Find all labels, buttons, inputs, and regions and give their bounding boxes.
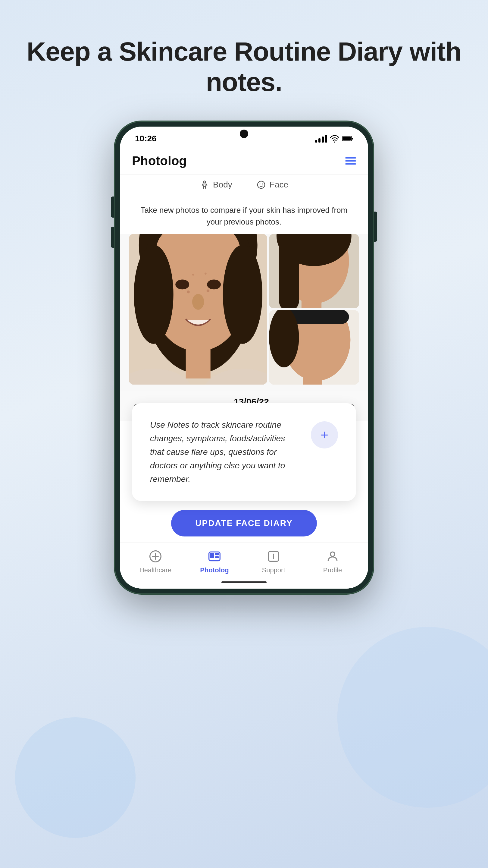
svg-rect-30	[301, 296, 321, 309]
svg-point-4	[204, 181, 206, 183]
svg-point-0	[334, 142, 335, 143]
helper-text: Take new photos to compare if your skin …	[120, 195, 368, 234]
svg-rect-21	[186, 339, 210, 378]
support-label: Support	[262, 566, 285, 574]
signal-icon	[315, 135, 327, 143]
nav-item-photolog[interactable]: Photolog	[196, 549, 233, 574]
page-headline: Keep a Skincare Routine Diary with notes…	[0, 36, 488, 97]
svg-rect-3	[352, 138, 353, 140]
svg-rect-41	[215, 553, 219, 555]
svg-rect-2	[343, 137, 351, 141]
nav-item-profile[interactable]: Profile	[315, 549, 351, 574]
healthcare-label: Healthcare	[139, 566, 171, 574]
svg-point-25	[223, 245, 262, 344]
svg-point-14	[175, 280, 189, 290]
app-header: Photolog	[120, 148, 368, 175]
phone-frame: 10:26	[115, 121, 373, 594]
healthcare-icon	[148, 549, 163, 564]
profile-icon	[325, 549, 340, 564]
home-indicator	[120, 578, 368, 589]
svg-rect-42	[215, 556, 219, 558]
nav-item-support[interactable]: Support	[255, 549, 292, 574]
status-bar: 10:26	[120, 127, 368, 148]
phone-mockup: 10:26	[115, 121, 373, 594]
svg-point-44	[330, 552, 335, 557]
status-time: 10:26	[135, 134, 157, 144]
photo-side-2[interactable]	[269, 310, 359, 384]
face-photo-main	[129, 234, 267, 384]
svg-point-18	[207, 290, 210, 293]
tab-bar: Body Face	[120, 175, 368, 195]
svg-rect-36	[303, 375, 322, 384]
tab-body[interactable]: Body	[200, 180, 232, 190]
svg-point-15	[207, 280, 221, 290]
face-photo-side1	[269, 234, 359, 308]
photo-grid	[120, 234, 368, 391]
notes-tooltip: Use Notes to track skincare routine chan…	[132, 403, 356, 501]
face-tab-label: Face	[270, 180, 288, 190]
app-title: Photolog	[132, 154, 187, 168]
body-tab-label: Body	[213, 180, 232, 190]
phone-screen: 10:26	[120, 127, 368, 589]
svg-rect-29	[279, 234, 299, 308]
svg-rect-40	[210, 553, 214, 558]
tab-face[interactable]: Face	[256, 180, 288, 190]
home-bar	[221, 581, 267, 583]
face-tab-icon	[256, 180, 266, 190]
menu-icon[interactable]	[345, 157, 356, 164]
update-face-diary-button[interactable]: UPDATE FACE DIARY	[171, 510, 317, 536]
bottom-nav: Healthcare Photolog	[120, 542, 368, 578]
add-note-button[interactable]: +	[311, 421, 338, 448]
svg-point-19	[192, 274, 194, 276]
svg-point-6	[259, 184, 260, 184]
support-icon	[266, 549, 281, 564]
profile-label: Profile	[323, 566, 342, 574]
photo-main[interactable]	[129, 234, 267, 384]
camera-notch	[240, 130, 248, 138]
svg-point-17	[187, 290, 190, 293]
photolog-icon	[207, 549, 222, 564]
notes-text: Use Notes to track skincare routine chan…	[150, 418, 299, 486]
battery-icon	[342, 135, 353, 142]
photolog-label: Photolog	[200, 566, 229, 574]
svg-point-16	[192, 294, 204, 310]
face-photo-side2	[269, 310, 359, 384]
svg-point-7	[262, 184, 263, 184]
photo-side-1[interactable]	[269, 234, 359, 308]
body-tab-icon	[200, 180, 209, 190]
svg-point-24	[134, 245, 173, 344]
svg-point-5	[258, 181, 265, 188]
svg-point-20	[204, 273, 207, 275]
nav-item-healthcare[interactable]: Healthcare	[137, 549, 173, 574]
wifi-icon	[330, 135, 339, 143]
svg-point-35	[269, 310, 299, 367]
status-icons	[315, 135, 353, 143]
